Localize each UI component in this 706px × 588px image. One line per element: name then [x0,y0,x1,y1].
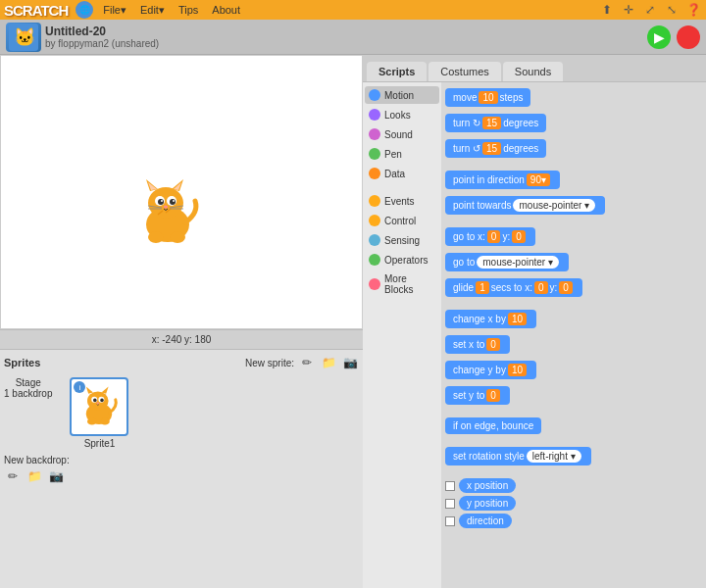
project-name: Untitled-20 [45,24,159,38]
svg-marker-26 [102,387,109,394]
block-set-x[interactable]: set x to 0 [445,335,510,354]
backdrop-camera-button[interactable]: 📷 [47,467,65,485]
menu-tips[interactable]: Tips [173,3,204,17]
checkbox-x-position[interactable] [445,481,455,491]
list-item: if on edge, bounce [445,417,702,438]
new-sprite-paint-button[interactable]: ✏ [298,354,316,371]
category-sensing[interactable]: Sensing [365,231,439,249]
category-motion[interactable]: Motion [365,86,439,104]
svg-point-14 [164,206,168,209]
block-turn-ccw[interactable]: turn ↺ 15 degrees [445,139,546,158]
block-goto-xy[interactable]: go to x: 0 y: 0 [445,227,535,246]
list-item: go to mouse-pointer ▾ [445,253,702,275]
list-item: x position [445,478,702,493]
list-item: direction [445,514,702,528]
menu-edit[interactable]: Edit▾ [134,3,171,18]
backdrop-buttons: ✏ 📁 📷 [4,467,359,485]
scratch-logo[interactable]: SCRATCH [4,2,68,19]
svg-point-11 [170,199,176,205]
sprite-thumbnail[interactable]: i [70,377,128,436]
blocks-list: move 10 steps turn ↻ 15 degrees turn ↺ 1… [441,82,706,588]
list-item: change y by 10 [445,361,702,383]
block-direction[interactable]: direction [459,514,512,528]
svg-point-10 [158,199,164,205]
tab-costumes[interactable]: Costumes [429,62,501,81]
new-backdrop-section: New backdrop: ✏ 📁 📷 [4,455,359,485]
block-point-towards[interactable]: point towards mouse-pointer ▾ [445,196,605,215]
new-sprite-label: New sprite: [245,358,294,368]
checkbox-direction[interactable] [445,516,455,526]
category-more-blocks[interactable]: More Blocks [365,270,439,298]
category-control[interactable]: Control [365,212,439,229]
blocks-palette: Motion Looks Sound Pen Data [363,82,706,588]
block-x-position[interactable]: x position [459,478,516,493]
svg-point-30 [101,399,105,403]
backdrop-file-button[interactable]: 📁 [25,467,43,485]
scripts-area: Scripts Costumes Sounds Motion Looks Sou… [363,55,706,588]
help-icon[interactable]: ❓ [684,1,702,19]
globe-icon[interactable]: 🌐 [76,1,93,19]
fullscreen-icon[interactable]: ⤢ [641,1,659,19]
svg-point-31 [97,403,99,405]
svg-point-13 [173,200,175,202]
list-item: i [70,377,128,449]
tab-scripts[interactable]: Scripts [367,62,427,81]
menu-bar: SCRATCH 🌐 File▾ Edit▾ Tips About ⬆ ✛ ⤢ ⤡… [0,0,706,20]
block-set-y[interactable]: set y to 0 [445,386,510,405]
sprites-panel: Sprites New sprite: ✏ 📁 📷 Stage 1 backdr… [0,349,363,588]
block-turn-cw[interactable]: turn ↻ 15 degrees [445,114,546,132]
list-item: change x by 10 [445,310,702,332]
svg-point-19 [148,231,164,243]
new-backdrop-label: New backdrop: [4,455,70,466]
checkbox-y-position[interactable] [445,499,455,509]
block-y-position[interactable]: y position [459,496,516,511]
cat-sprite[interactable] [128,173,207,252]
block-point-direction[interactable]: point in direction 90▾ [445,171,560,189]
block-bounce[interactable]: if on edge, bounce [445,417,541,434]
block-rotation-style[interactable]: set rotation style left-right ▾ [445,447,591,466]
add-icon[interactable]: ✛ [620,1,637,19]
list-item: set y to 0 [445,386,702,409]
stage-coords: x: -240 y: 180 [0,329,363,349]
block-goto[interactable]: go to mouse-pointer ▾ [445,253,569,271]
shrink-icon[interactable]: ⤡ [663,1,681,19]
list-item: y position [445,496,702,511]
new-sprite-camera-button[interactable]: 📷 [341,354,359,371]
new-sprite-file-button[interactable]: 📁 [320,354,337,371]
category-data[interactable]: Data [365,165,439,182]
sprites-list: i [70,377,128,449]
upload-icon[interactable]: ⬆ [598,1,616,19]
main-area: x: -240 y: 180 Sprites New sprite: ✏ 📁 📷… [0,55,706,588]
stage-info: Stage 1 backdrop [4,377,52,399]
stage-backdrops: 1 backdrop [4,388,52,399]
tab-sounds[interactable]: Sounds [503,62,563,81]
category-operators[interactable]: Operators [365,251,439,269]
backdrop-paint-button[interactable]: ✏ [4,467,22,485]
category-events[interactable]: Events [365,192,439,210]
block-change-x[interactable]: change x by 10 [445,310,536,328]
category-sound[interactable]: Sound [365,125,439,143]
stop-button[interactable] [677,25,700,49]
svg-marker-25 [86,387,93,394]
block-glide[interactable]: glide 1 secs to x: 0 y: 0 [445,278,582,297]
sprites-header: Sprites New sprite: ✏ 📁 📷 [4,354,359,371]
block-move[interactable]: move 10 steps [445,88,530,107]
category-looks[interactable]: Looks [365,106,439,123]
green-flag-button[interactable]: ▶ [647,25,671,49]
svg-point-29 [93,399,97,403]
toolbar: 🐱 Untitled-20 by floppyman2 (unshared) ▶ [0,20,706,55]
project-author: by floppyman2 (unshared) [45,38,159,49]
stage-label: Stage [16,377,41,388]
svg-point-32 [87,417,97,424]
list-item: point towards mouse-pointer ▾ [445,196,702,219]
category-pen[interactable]: Pen [365,145,439,163]
stage-area: x: -240 y: 180 Sprites New sprite: ✏ 📁 📷… [0,55,363,588]
menu-file[interactable]: File▾ [97,3,132,18]
svg-point-24 [87,391,109,410]
sprites-title: Sprites [4,357,40,368]
svg-point-12 [161,200,163,202]
svg-point-3 [148,187,183,219]
list-item: set rotation style left-right ▾ [445,447,702,469]
menu-about[interactable]: About [206,3,246,17]
block-change-y[interactable]: change y by 10 [445,361,536,379]
